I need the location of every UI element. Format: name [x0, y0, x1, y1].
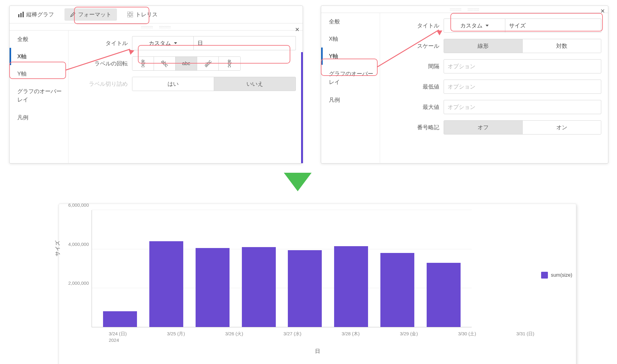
chevron-down-icon: [486, 25, 489, 27]
svg-rect-0: [18, 14, 19, 17]
chart-bar: [196, 248, 230, 327]
chart-bar: [288, 250, 322, 327]
rotation-opt-2[interactable]: abc: [154, 57, 176, 70]
sidebar-item-overlay[interactable]: グラフのオーバーレイ: [10, 82, 68, 109]
format-panel-xaxis: 縦棒グラフ フォーマット トレリス :::::::::::::::::::: ✕…: [9, 6, 303, 163]
format-panel-yaxis: :::::::::::::::::::: ✕ 全般 X軸 Y軸 グラフのオーバー…: [321, 6, 608, 163]
svg-rect-5: [127, 15, 130, 17]
sidebar-item-yaxis[interactable]: Y軸: [321, 48, 380, 65]
sidebar-item-legend[interactable]: 凡例: [10, 109, 68, 126]
rotation-opt-1[interactable]: abc: [132, 57, 154, 70]
rotation-opt-4[interactable]: abc: [197, 57, 219, 70]
drag-handle[interactable]: ::::::::::::::::::::: [321, 6, 608, 13]
chart-bar: [242, 247, 276, 327]
x-tick: 3/24 (日)2024: [109, 330, 143, 343]
max-label: 最大値: [387, 103, 444, 111]
chart-plot: 2,000,000 4,000,000 6,000,000: [92, 210, 472, 327]
chart-bar: [103, 311, 137, 327]
sidebar-item-general[interactable]: 全般: [10, 31, 68, 48]
purple-accent-bar: [301, 52, 303, 163]
sidebar-item-xaxis[interactable]: X軸: [10, 48, 68, 65]
title-input[interactable]: [194, 36, 296, 50]
chart-bar: [149, 241, 183, 327]
x-tick: 3/28 (木): [342, 330, 375, 343]
abbrev-segmented: オフ オン: [444, 120, 601, 134]
pencil-icon: [70, 12, 76, 17]
svg-rect-1: [20, 13, 22, 17]
format-sidebar: 全般 X軸 Y軸 グラフのオーバーレイ 凡例: [321, 13, 380, 163]
title-label: タイトル: [387, 22, 444, 29]
down-arrow-icon: [284, 173, 312, 191]
title-label: タイトル: [75, 39, 132, 47]
rotation-opt-3[interactable]: abc: [176, 57, 197, 70]
svg-rect-2: [23, 12, 24, 17]
interval-input[interactable]: [444, 59, 601, 73]
tab-trellis-label: トレリス: [135, 11, 158, 18]
x-ticks: 3/24 (日)20243/25 (月)3/26 (火)3/27 (水)3/28…: [68, 327, 567, 343]
tab-bar-chart[interactable]: 縦棒グラフ: [13, 8, 60, 21]
sidebar-item-legend[interactable]: 凡例: [321, 91, 380, 109]
chart-bar: [427, 263, 461, 327]
svg-rect-3: [127, 12, 130, 14]
abbrev-on[interactable]: オン: [523, 121, 601, 134]
legend-label: sum(size): [551, 272, 572, 278]
legend-swatch: [541, 272, 548, 279]
chart-bar: [334, 246, 368, 327]
interval-label: 間隔: [387, 63, 444, 70]
chart-legend: sum(size): [541, 272, 572, 279]
chart-card: sum(size) サイズ 2,000,000 4,000,000 6,000,…: [59, 204, 576, 364]
truncate-label: ラベル切り詰め: [75, 80, 132, 88]
trellis-icon: [127, 12, 133, 17]
tab-bar-chart-label: 縦棒グラフ: [26, 11, 54, 18]
xaxis-form: タイトル カスタム ラベルの回転 abc abc: [68, 31, 303, 163]
truncate-segmented: はい いいえ: [132, 77, 296, 91]
x-tick: 3/27 (水): [284, 330, 317, 343]
sidebar-item-overlay[interactable]: グラフのオーバーレイ: [321, 65, 380, 91]
bar-chart-icon: [18, 12, 24, 17]
x-tick: 3/31 (日): [516, 330, 550, 343]
x-tick: 3/29 (金): [400, 330, 434, 343]
truncate-yes[interactable]: はい: [132, 77, 214, 91]
y-tick: 2,000,000: [68, 280, 92, 285]
min-label: 最低値: [387, 83, 444, 90]
x-tick: 3/26 (火): [225, 330, 259, 343]
truncate-no[interactable]: いいえ: [214, 77, 296, 91]
x-axis-title: 日: [68, 348, 567, 355]
chart-bar: [380, 253, 414, 327]
x-tick: 3/25 (月): [167, 330, 201, 343]
chevron-down-icon: [174, 42, 177, 44]
scale-segmented: 線形 対数: [444, 39, 601, 53]
min-input[interactable]: [444, 80, 601, 94]
yaxis-form: タイトル カスタム スケール 線形 対数: [380, 13, 608, 163]
close-icon[interactable]: ✕: [295, 26, 300, 33]
abbrev-off[interactable]: オフ: [444, 121, 523, 134]
chart-bars: [92, 210, 472, 327]
rotation-opt-5[interactable]: abc: [219, 57, 240, 70]
rotation-segmented: abc abc abc abc abc: [132, 56, 241, 71]
y-tick: 4,000,000: [68, 241, 92, 246]
y-axis-title: サイズ: [54, 241, 61, 256]
svg-rect-4: [131, 12, 133, 14]
tab-trellis[interactable]: トレリス: [122, 8, 163, 21]
scale-linear[interactable]: 線形: [444, 39, 523, 53]
close-icon[interactable]: ✕: [600, 8, 605, 14]
drag-handle[interactable]: ::::::::::::::::::::: [10, 23, 303, 31]
scale-log[interactable]: 対数: [523, 39, 601, 53]
title-input[interactable]: [505, 19, 601, 33]
abbrev-label: 番号略記: [387, 124, 444, 131]
tab-format-label: フォーマット: [78, 11, 111, 18]
y-tick: 6,000,000: [68, 202, 92, 208]
sidebar-item-general[interactable]: 全般: [321, 13, 380, 30]
svg-rect-6: [131, 15, 133, 17]
sidebar-item-yaxis[interactable]: Y軸: [10, 65, 68, 82]
format-sidebar: 全般 X軸 Y軸 グラフのオーバーレイ 凡例: [10, 31, 68, 163]
x-tick: 3/30 (土): [458, 330, 492, 343]
max-input[interactable]: [444, 100, 601, 114]
title-mode-dropdown[interactable]: カスタム: [132, 36, 194, 50]
sidebar-item-xaxis[interactable]: X軸: [321, 30, 380, 48]
tab-format[interactable]: フォーマット: [64, 8, 117, 21]
title-mode-dropdown[interactable]: カスタム: [444, 19, 505, 33]
